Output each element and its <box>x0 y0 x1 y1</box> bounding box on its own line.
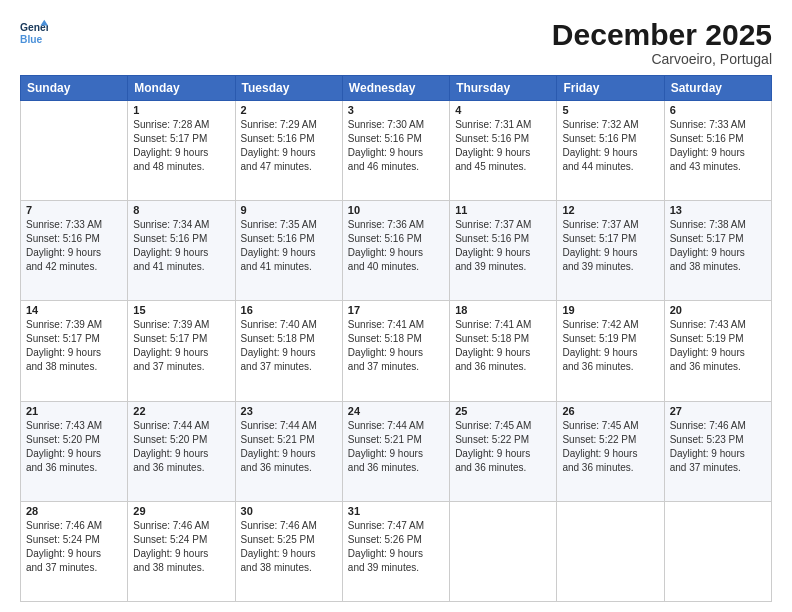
cell-date: 25 <box>455 405 551 417</box>
cell-info: Sunrise: 7:45 AMSunset: 5:22 PMDaylight:… <box>562 419 658 475</box>
table-row: 22 Sunrise: 7:44 AMSunset: 5:20 PMDaylig… <box>128 401 235 501</box>
table-row: 31 Sunrise: 7:47 AMSunset: 5:26 PMDaylig… <box>342 501 449 601</box>
cell-info: Sunrise: 7:28 AMSunset: 5:17 PMDaylight:… <box>133 118 229 174</box>
page: General Blue December 2025 Carvoeiro, Po… <box>0 0 792 612</box>
table-row <box>557 501 664 601</box>
calendar-row: 14 Sunrise: 7:39 AMSunset: 5:17 PMDaylig… <box>21 301 772 401</box>
cell-info: Sunrise: 7:40 AMSunset: 5:18 PMDaylight:… <box>241 318 337 374</box>
cell-date: 1 <box>133 104 229 116</box>
table-row <box>664 501 771 601</box>
calendar-table: Sunday Monday Tuesday Wednesday Thursday… <box>20 75 772 602</box>
cell-date: 10 <box>348 204 444 216</box>
table-row: 16 Sunrise: 7:40 AMSunset: 5:18 PMDaylig… <box>235 301 342 401</box>
cell-date: 13 <box>670 204 766 216</box>
cell-date: 6 <box>670 104 766 116</box>
table-row: 15 Sunrise: 7:39 AMSunset: 5:17 PMDaylig… <box>128 301 235 401</box>
calendar-row: 7 Sunrise: 7:33 AMSunset: 5:16 PMDayligh… <box>21 201 772 301</box>
cell-info: Sunrise: 7:46 AMSunset: 5:24 PMDaylight:… <box>133 519 229 575</box>
cell-info: Sunrise: 7:38 AMSunset: 5:17 PMDaylight:… <box>670 218 766 274</box>
cell-info: Sunrise: 7:33 AMSunset: 5:16 PMDaylight:… <box>26 218 122 274</box>
cell-info: Sunrise: 7:44 AMSunset: 5:21 PMDaylight:… <box>241 419 337 475</box>
table-row: 30 Sunrise: 7:46 AMSunset: 5:25 PMDaylig… <box>235 501 342 601</box>
cell-date: 7 <box>26 204 122 216</box>
table-row: 19 Sunrise: 7:42 AMSunset: 5:19 PMDaylig… <box>557 301 664 401</box>
table-row: 6 Sunrise: 7:33 AMSunset: 5:16 PMDayligh… <box>664 101 771 201</box>
cell-date: 30 <box>241 505 337 517</box>
cell-info: Sunrise: 7:43 AMSunset: 5:20 PMDaylight:… <box>26 419 122 475</box>
table-row: 5 Sunrise: 7:32 AMSunset: 5:16 PMDayligh… <box>557 101 664 201</box>
cell-info: Sunrise: 7:32 AMSunset: 5:16 PMDaylight:… <box>562 118 658 174</box>
svg-text:Blue: Blue <box>20 34 43 45</box>
cell-info: Sunrise: 7:42 AMSunset: 5:19 PMDaylight:… <box>562 318 658 374</box>
cell-date: 5 <box>562 104 658 116</box>
header-row: Sunday Monday Tuesday Wednesday Thursday… <box>21 76 772 101</box>
calendar-row: 28 Sunrise: 7:46 AMSunset: 5:24 PMDaylig… <box>21 501 772 601</box>
table-row <box>450 501 557 601</box>
cell-date: 26 <box>562 405 658 417</box>
cell-info: Sunrise: 7:41 AMSunset: 5:18 PMDaylight:… <box>455 318 551 374</box>
cell-date: 15 <box>133 304 229 316</box>
table-row: 23 Sunrise: 7:44 AMSunset: 5:21 PMDaylig… <box>235 401 342 501</box>
cell-date: 24 <box>348 405 444 417</box>
table-row: 10 Sunrise: 7:36 AMSunset: 5:16 PMDaylig… <box>342 201 449 301</box>
table-row: 18 Sunrise: 7:41 AMSunset: 5:18 PMDaylig… <box>450 301 557 401</box>
cell-info: Sunrise: 7:30 AMSunset: 5:16 PMDaylight:… <box>348 118 444 174</box>
col-saturday: Saturday <box>664 76 771 101</box>
table-row: 28 Sunrise: 7:46 AMSunset: 5:24 PMDaylig… <box>21 501 128 601</box>
cell-date: 11 <box>455 204 551 216</box>
cell-date: 3 <box>348 104 444 116</box>
table-row: 24 Sunrise: 7:44 AMSunset: 5:21 PMDaylig… <box>342 401 449 501</box>
table-row: 29 Sunrise: 7:46 AMSunset: 5:24 PMDaylig… <box>128 501 235 601</box>
cell-date: 16 <box>241 304 337 316</box>
cell-date: 17 <box>348 304 444 316</box>
cell-info: Sunrise: 7:36 AMSunset: 5:16 PMDaylight:… <box>348 218 444 274</box>
cell-info: Sunrise: 7:39 AMSunset: 5:17 PMDaylight:… <box>26 318 122 374</box>
cell-date: 21 <box>26 405 122 417</box>
cell-date: 29 <box>133 505 229 517</box>
cell-date: 14 <box>26 304 122 316</box>
cell-date: 4 <box>455 104 551 116</box>
cell-info: Sunrise: 7:44 AMSunset: 5:21 PMDaylight:… <box>348 419 444 475</box>
col-sunday: Sunday <box>21 76 128 101</box>
table-row: 12 Sunrise: 7:37 AMSunset: 5:17 PMDaylig… <box>557 201 664 301</box>
table-row: 20 Sunrise: 7:43 AMSunset: 5:19 PMDaylig… <box>664 301 771 401</box>
cell-info: Sunrise: 7:35 AMSunset: 5:16 PMDaylight:… <box>241 218 337 274</box>
cell-date: 31 <box>348 505 444 517</box>
table-row: 3 Sunrise: 7:30 AMSunset: 5:16 PMDayligh… <box>342 101 449 201</box>
cell-date: 27 <box>670 405 766 417</box>
cell-info: Sunrise: 7:37 AMSunset: 5:16 PMDaylight:… <box>455 218 551 274</box>
col-thursday: Thursday <box>450 76 557 101</box>
cell-info: Sunrise: 7:39 AMSunset: 5:17 PMDaylight:… <box>133 318 229 374</box>
cell-info: Sunrise: 7:43 AMSunset: 5:19 PMDaylight:… <box>670 318 766 374</box>
cell-date: 22 <box>133 405 229 417</box>
table-row: 14 Sunrise: 7:39 AMSunset: 5:17 PMDaylig… <box>21 301 128 401</box>
cell-date: 20 <box>670 304 766 316</box>
header: General Blue December 2025 Carvoeiro, Po… <box>20 18 772 67</box>
cell-date: 19 <box>562 304 658 316</box>
logo: General Blue <box>20 18 48 46</box>
cell-date: 2 <box>241 104 337 116</box>
calendar-row: 21 Sunrise: 7:43 AMSunset: 5:20 PMDaylig… <box>21 401 772 501</box>
cell-info: Sunrise: 7:45 AMSunset: 5:22 PMDaylight:… <box>455 419 551 475</box>
cell-info: Sunrise: 7:31 AMSunset: 5:16 PMDaylight:… <box>455 118 551 174</box>
cell-info: Sunrise: 7:29 AMSunset: 5:16 PMDaylight:… <box>241 118 337 174</box>
cell-date: 12 <box>562 204 658 216</box>
cell-info: Sunrise: 7:46 AMSunset: 5:25 PMDaylight:… <box>241 519 337 575</box>
cell-date: 9 <box>241 204 337 216</box>
table-row: 27 Sunrise: 7:46 AMSunset: 5:23 PMDaylig… <box>664 401 771 501</box>
col-tuesday: Tuesday <box>235 76 342 101</box>
cell-info: Sunrise: 7:37 AMSunset: 5:17 PMDaylight:… <box>562 218 658 274</box>
location-subtitle: Carvoeiro, Portugal <box>552 51 772 67</box>
cell-date: 8 <box>133 204 229 216</box>
table-row: 17 Sunrise: 7:41 AMSunset: 5:18 PMDaylig… <box>342 301 449 401</box>
table-row: 26 Sunrise: 7:45 AMSunset: 5:22 PMDaylig… <box>557 401 664 501</box>
table-row: 1 Sunrise: 7:28 AMSunset: 5:17 PMDayligh… <box>128 101 235 201</box>
title-block: December 2025 Carvoeiro, Portugal <box>552 18 772 67</box>
cell-info: Sunrise: 7:47 AMSunset: 5:26 PMDaylight:… <box>348 519 444 575</box>
table-row: 2 Sunrise: 7:29 AMSunset: 5:16 PMDayligh… <box>235 101 342 201</box>
cell-date: 18 <box>455 304 551 316</box>
cell-info: Sunrise: 7:46 AMSunset: 5:24 PMDaylight:… <box>26 519 122 575</box>
table-row: 21 Sunrise: 7:43 AMSunset: 5:20 PMDaylig… <box>21 401 128 501</box>
table-row: 8 Sunrise: 7:34 AMSunset: 5:16 PMDayligh… <box>128 201 235 301</box>
table-row: 25 Sunrise: 7:45 AMSunset: 5:22 PMDaylig… <box>450 401 557 501</box>
